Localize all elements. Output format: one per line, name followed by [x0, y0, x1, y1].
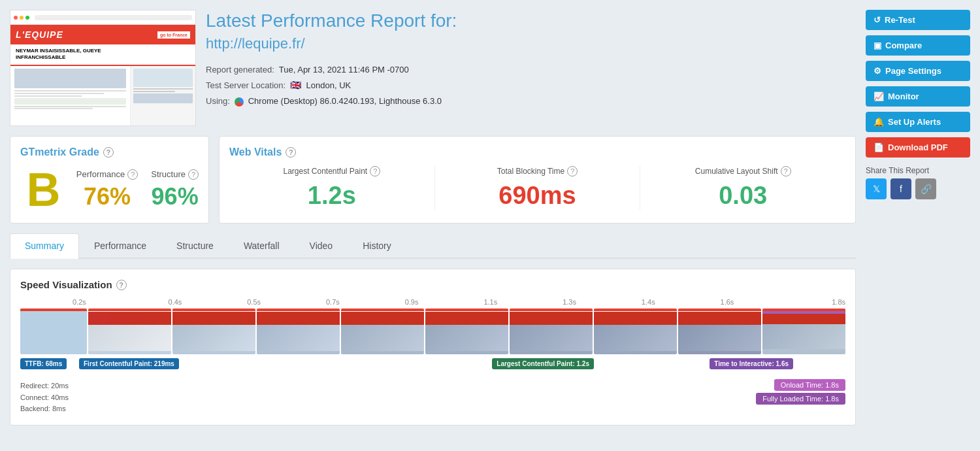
web-vitals-metrics: Largest Contentful Paint ? 1.2s Total Bl…: [229, 166, 845, 210]
lcp-value: 1.2s: [236, 182, 428, 210]
tabs-section: Summary Performance Structure Waterfall …: [10, 233, 856, 259]
structure-value: 96%: [151, 183, 199, 210]
compare-icon: ▣: [874, 41, 881, 50]
tbt-label: Total Blocking Time ?: [442, 166, 634, 176]
link-share-button[interactable]: 🔗: [915, 178, 936, 199]
structure-help-icon[interactable]: ?: [188, 169, 199, 180]
report-info: Latest Performance Report for: http://le…: [206, 10, 856, 126]
grades-section: GTmetrix Grade ? B Performance ? 76%: [10, 136, 856, 224]
tab-history[interactable]: History: [348, 233, 406, 258]
sidebar: ↺ Re-Test ▣ Compare ⚙ Page Settings 📈 Mo…: [866, 10, 970, 426]
speed-viz-help-icon[interactable]: ?: [116, 280, 127, 290]
cls-metric: Cumulative Layout Shift ? 0.03: [640, 166, 845, 210]
onload-section: Onload Time: 1.8s Fully Loaded Time: 1.8…: [75, 379, 845, 405]
tab-performance[interactable]: Performance: [79, 233, 161, 258]
monitor-button[interactable]: 📈 Monitor: [866, 86, 970, 107]
web-vitals-help-icon[interactable]: ?: [286, 147, 296, 158]
timeline-label-3: 0.7s: [293, 298, 372, 306]
facebook-share-button[interactable]: f: [890, 178, 911, 199]
share-label: Share This Report: [866, 166, 970, 175]
frame-7: [594, 309, 677, 354]
timeline-label-8: 1.6s: [688, 298, 767, 306]
ttfb-details: Redirect: 20ms Connect: 40ms Backend: 8m…: [20, 379, 69, 415]
pdf-button[interactable]: 📄 Download PDF: [866, 137, 970, 158]
using-label: Using:: [206, 96, 230, 106]
lcp-label: Largest Contentful Paint ?: [236, 166, 428, 176]
performance-help-icon[interactable]: ?: [127, 169, 138, 180]
frame-5: [425, 309, 508, 354]
compare-button[interactable]: ▣ Compare: [866, 35, 970, 56]
grade-display: B Performance ? 76% Structure: [20, 166, 199, 213]
tab-video[interactable]: Video: [295, 233, 348, 258]
fcp-marker: First Contentful Paint: 219ms: [79, 358, 179, 369]
tbt-help-icon[interactable]: ?: [567, 166, 578, 176]
report-title: Latest Performance Report for:: [206, 10, 856, 32]
facebook-icon: f: [900, 184, 902, 194]
server-label: Test Server Location:: [206, 80, 286, 90]
frames-row: [20, 309, 845, 354]
timeline-label-4: 0.9s: [372, 298, 451, 306]
tbt-metric: Total Blocking Time ? 690ms: [435, 166, 641, 210]
frame-9: [762, 309, 845, 354]
page-settings-button[interactable]: ⚙ Page Settings: [866, 61, 970, 81]
frame-3: [257, 309, 340, 354]
tti-marker: Time to Interactive: 1.6s: [710, 358, 793, 369]
timeline-label-6: 1.3s: [530, 298, 609, 306]
lcp-metric: Largest Contentful Paint ? 1.2s: [229, 166, 435, 210]
tab-structure[interactable]: Structure: [161, 233, 229, 258]
gtmetrix-grade-card: GTmetrix Grade ? B Performance ? 76%: [10, 136, 209, 224]
timeline-label-1: 0.4s: [136, 298, 215, 306]
monitor-icon: 📈: [874, 92, 884, 101]
share-icons: 𝕏 f 🔗: [866, 178, 970, 199]
server-value: London, UK: [306, 80, 351, 90]
grade-letter: B: [20, 166, 67, 213]
fully-loaded-badge: Fully Loaded Time: 1.8s: [756, 393, 845, 405]
tabs-container: Summary Performance Structure Waterfall …: [10, 233, 856, 259]
retest-icon: ↺: [874, 15, 881, 25]
tab-summary[interactable]: Summary: [10, 233, 79, 259]
ttfb-meta: Redirect: 20ms Connect: 40ms Backend: 8m…: [20, 380, 69, 415]
lcp-help-icon[interactable]: ?: [370, 166, 380, 176]
timeline-label-7: 1.4s: [609, 298, 688, 306]
twitter-share-button[interactable]: 𝕏: [866, 178, 887, 199]
timeline-label-0: 0.2s: [20, 298, 136, 306]
bottom-details: Redirect: 20ms Connect: 40ms Backend: 8m…: [20, 379, 845, 415]
timeline-label-9: 1.8s: [766, 298, 845, 306]
bell-icon: 🔔: [874, 117, 884, 127]
timeline-labels: 0.2s 0.4s 0.5s 0.7s 0.9s 1.1s 1.3s 1.4s …: [20, 298, 845, 306]
speed-viz-section: Speed Visualization ? 0.2s 0.4s 0.5s 0.7…: [10, 269, 856, 426]
performance-value: 76%: [76, 183, 138, 210]
header-section: L'EQUIPE go to France NEYMAR INSAISISSAB…: [10, 10, 856, 126]
onload-badge: Onload Time: 1.8s: [774, 379, 845, 391]
speed-viz-title: Speed Visualization ?: [20, 279, 845, 290]
timeline-label-5: 1.1s: [451, 298, 530, 306]
link-icon: 🔗: [921, 184, 932, 194]
frame-6: [510, 309, 593, 354]
performance-metric: Performance ? 76%: [76, 169, 138, 210]
structure-label: Structure ?: [151, 169, 199, 180]
cls-label: Cumulative Layout Shift ?: [647, 166, 839, 176]
twitter-icon: 𝕏: [873, 184, 880, 194]
frame-4: [341, 309, 424, 354]
web-vitals-card: Web Vitals ? Largest Contentful Paint ? …: [219, 136, 856, 224]
share-section: Share This Report 𝕏 f 🔗: [866, 166, 970, 199]
gtmetrix-help-icon[interactable]: ?: [103, 147, 114, 158]
frame-2: [172, 309, 255, 354]
timeline-container: 0.2s 0.4s 0.5s 0.7s 0.9s 1.1s 1.3s 1.4s …: [20, 298, 845, 415]
using-value: Chrome (Desktop) 86.0.4240.193, Lighthou…: [248, 96, 442, 106]
report-url: http://lequipe.fr/: [206, 35, 856, 52]
generated-label: Report generated:: [206, 65, 274, 75]
structure-metric: Structure ? 96%: [151, 169, 199, 210]
page-screenshot: L'EQUIPE go to France NEYMAR INSAISISSAB…: [10, 10, 196, 126]
tab-waterfall[interactable]: Waterfall: [229, 233, 295, 258]
performance-label: Performance ?: [76, 169, 138, 180]
pdf-icon: 📄: [874, 142, 884, 152]
frame-1: [88, 309, 171, 354]
tbt-value: 690ms: [442, 182, 634, 210]
frame-0: [20, 309, 87, 354]
lcp-marker: Largest Contentful Paint: 1.2s: [492, 358, 594, 369]
alerts-button[interactable]: 🔔 Set Up Alerts: [866, 112, 970, 132]
cls-help-icon[interactable]: ?: [781, 166, 791, 176]
retest-button[interactable]: ↺ Re-Test: [866, 10, 970, 30]
ttfb-marker: TTFB: 68ms: [20, 358, 67, 369]
